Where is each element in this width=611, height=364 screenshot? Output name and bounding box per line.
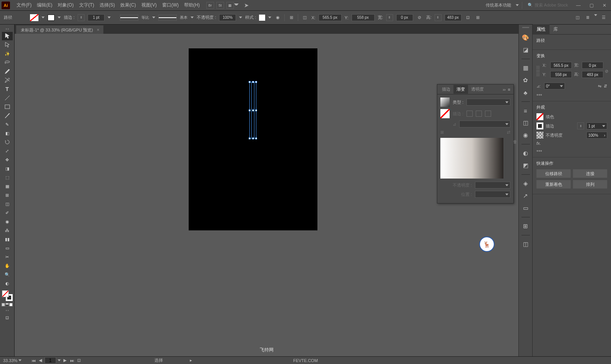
w-stepper[interactable]: ⇕	[386, 14, 393, 21]
last-artboard[interactable]: ⏭	[69, 358, 75, 363]
menu-help[interactable]: 帮助(H)	[181, 0, 203, 10]
color-panel-icon[interactable]: 🎨	[521, 33, 530, 42]
x-input[interactable]	[319, 14, 342, 21]
trash-icon[interactable]: 🗑	[513, 139, 517, 144]
opacity-dropdown[interactable]	[239, 17, 242, 18]
opacity-swatch[interactable]	[536, 132, 543, 139]
grad-opacity-select[interactable]	[475, 182, 510, 189]
menu-edit[interactable]: 编辑(E)	[34, 0, 55, 10]
mesh-tool[interactable]: ⊞	[2, 191, 13, 199]
width-profile[interactable]	[120, 15, 138, 21]
menu-type[interactable]: 文字(T)	[76, 0, 97, 10]
menu-object[interactable]: 对象(O)	[55, 0, 76, 10]
bridge-icon[interactable]: Br	[206, 2, 214, 9]
tab-transparency[interactable]: 透明度	[468, 85, 487, 94]
selection-tool[interactable]	[2, 32, 13, 40]
stroke-panel-icon[interactable]: ≡	[521, 106, 530, 115]
minimize-button[interactable]: —	[573, 2, 583, 8]
free-transform-tool[interactable]: ◨	[2, 164, 13, 173]
menu-view[interactable]: 视图(V)	[139, 0, 159, 10]
type-tool[interactable]: T	[2, 85, 13, 93]
prev-artboard[interactable]: ◀	[38, 358, 43, 363]
h-input[interactable]	[445, 14, 462, 21]
handle-sw[interactable]	[249, 137, 251, 139]
zoom-tool[interactable]: 🔍	[2, 270, 13, 279]
w-input[interactable]	[396, 14, 413, 21]
handle-e[interactable]	[255, 109, 257, 111]
style-swatch[interactable]	[259, 15, 265, 21]
recolor-icon[interactable]: ◉	[274, 14, 281, 21]
flip-v-icon[interactable]: ⇵	[604, 84, 607, 89]
magic-wand-tool[interactable]: ✨	[2, 50, 13, 58]
angle-input[interactable]: 0°	[544, 83, 565, 89]
shape-builder-tool[interactable]: ⬚	[2, 173, 13, 182]
menu-file[interactable]: 文件(F)	[14, 0, 34, 10]
status-more[interactable]: ▸	[190, 358, 192, 363]
transform-icon1[interactable]: ⊡	[465, 14, 472, 21]
lasso-tool[interactable]	[2, 58, 13, 67]
style-dropdown[interactable]	[268, 17, 271, 18]
panel-menu-icon[interactable]: ≡	[508, 87, 510, 92]
stroke-swatch[interactable]	[536, 122, 543, 129]
scale-tool[interactable]: ⤢	[2, 147, 13, 155]
stroke-weight-input[interactable]	[88, 14, 105, 21]
edit-toolbar[interactable]: ⊡	[2, 313, 13, 322]
dock-grip[interactable]	[522, 27, 529, 28]
hand-tool[interactable]: ✋	[2, 261, 13, 270]
document-tab[interactable]: 未标题-1* @ 33.33% (RGB/GPU 预览) ×	[16, 25, 103, 34]
offset-path-button[interactable]: 位移路径	[536, 169, 571, 178]
stroke-type-2[interactable]	[476, 111, 482, 117]
tab-gradient[interactable]: 渐变	[453, 85, 468, 94]
width-tool[interactable]: ✥	[2, 156, 13, 164]
profile2-dropdown[interactable]	[191, 17, 194, 18]
shaper-tool[interactable]: ✎	[2, 120, 13, 129]
panel-collapse-icon[interactable]: ››	[503, 87, 505, 92]
handle-nw[interactable]	[249, 81, 251, 83]
stroke-stepper[interactable]: ⇕	[577, 122, 584, 129]
artboard-nav-icon[interactable]: ⊡	[76, 358, 81, 363]
curvature-tool[interactable]	[2, 76, 13, 84]
h-stepper[interactable]: ⇕	[435, 14, 442, 21]
y-input[interactable]	[352, 14, 375, 21]
transparency-icon[interactable]: ◉	[521, 131, 530, 139]
option-icon[interactable]: ≣	[584, 14, 591, 21]
gradient-tool[interactable]: ◫	[2, 200, 13, 208]
toolbox-grip[interactable]	[4, 28, 11, 30]
libraries-icon[interactable]: ⊞	[521, 222, 530, 230]
eraser-tool[interactable]: ◧	[2, 129, 13, 137]
h-input[interactable]	[582, 71, 603, 78]
gradient-panel-icon[interactable]: ◫	[521, 119, 530, 127]
aspect-icon[interactable]: ⊞	[440, 130, 444, 135]
tab-properties[interactable]: 属性	[533, 24, 550, 35]
stroke-swatch[interactable]	[48, 15, 55, 21]
appearance-icon[interactable]: ◐	[521, 149, 530, 157]
link-wh-icon[interactable]: ⊘	[416, 14, 423, 21]
perspective-tool[interactable]: ▦	[2, 182, 13, 190]
transform-more[interactable]: •••	[536, 92, 607, 98]
opacity-input[interactable]	[219, 14, 236, 21]
option-dropdown[interactable]	[594, 14, 597, 16]
flip-h-icon[interactable]: ⇋	[598, 84, 601, 89]
menu-select[interactable]: 选择(S)	[97, 0, 118, 10]
brushes-icon[interactable]: ✿	[521, 76, 530, 84]
reference-point[interactable]	[536, 66, 540, 76]
arrange-button[interactable]: 排列	[573, 180, 607, 189]
close-button[interactable]: ✕	[599, 2, 609, 8]
shape-mode-icon[interactable]: ◫	[301, 14, 308, 21]
gradient-swatch[interactable]	[440, 98, 450, 107]
arrange-dropdown[interactable]	[234, 3, 239, 7]
gradient-none[interactable]	[440, 109, 450, 118]
link-wh-icon[interactable]: ⊘	[605, 69, 608, 74]
workspace-switcher[interactable]: 传统基本功能	[484, 2, 513, 8]
more-icon[interactable]: ☰	[600, 14, 607, 21]
grad-position-select[interactable]	[475, 191, 510, 198]
swatches-icon[interactable]: ▦	[521, 64, 530, 72]
menu-window[interactable]: 窗口(W)	[159, 0, 181, 10]
gradient-preview[interactable]	[440, 138, 503, 179]
join-button[interactable]: 连接	[573, 169, 607, 178]
tab-stroke[interactable]: 描边	[439, 85, 453, 94]
align-icon[interactable]: ⊞	[288, 14, 295, 21]
handle-c[interactable]	[252, 109, 254, 111]
rectangle-tool[interactable]	[2, 103, 13, 111]
gpu-rocket-icon[interactable]: ➤	[242, 1, 251, 10]
